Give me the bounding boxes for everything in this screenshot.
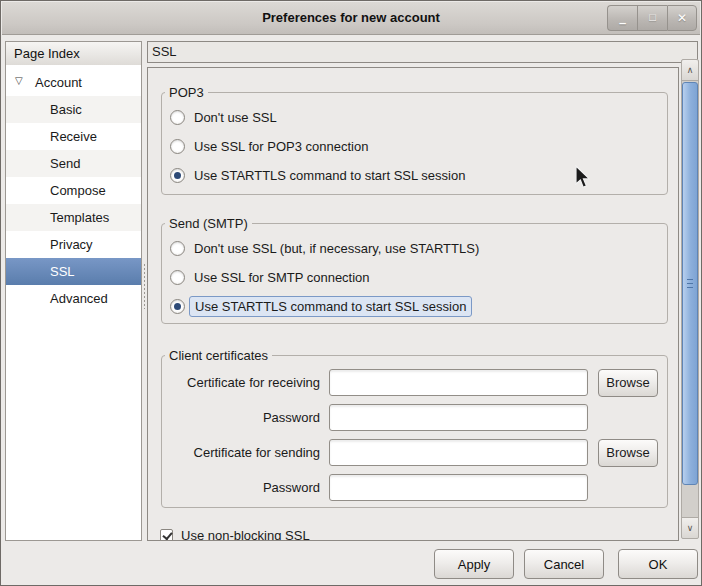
client-certificates-group: Client certificates Certificate for rece… <box>161 348 668 508</box>
radio-checked-icon[interactable] <box>170 299 185 314</box>
scroll-down-icon: ∨ <box>687 524 694 533</box>
vertical-scrollbar[interactable]: ∧ ∨ <box>681 59 699 539</box>
radio-pop3-starttls[interactable]: Use STARTTLS command to start SSL sessio… <box>170 161 667 190</box>
maximize-icon: □ <box>649 11 656 23</box>
window-title: Preferences for new account <box>2 10 700 25</box>
maximize-button[interactable]: □ <box>637 5 667 31</box>
radio-smtp-use-ssl[interactable]: Use SSL for SMTP connection <box>170 263 667 292</box>
expander-icon[interactable]: ▽ <box>15 75 23 86</box>
radio-icon[interactable] <box>170 110 185 125</box>
page-index-tree: ▽ Account Basic Receive Send Compose Tem… <box>5 65 142 541</box>
scroll-up-button[interactable]: ∧ <box>682 60 698 81</box>
sidebar-item-ssl[interactable]: SSL <box>6 258 141 285</box>
radio-smtp-dont-use-ssl[interactable]: Don't use SSL (but, if necessary, use ST… <box>170 234 667 263</box>
smtp-group: Send (SMTP) Don't use SSL (but, if neces… <box>161 216 668 324</box>
sidebar-item-receive[interactable]: Receive <box>6 123 141 150</box>
radio-pop3-dont-use-ssl[interactable]: Don't use SSL <box>170 103 667 132</box>
radio-pop3-use-ssl[interactable]: Use SSL for POP3 connection <box>170 132 667 161</box>
password-receiving-row: Password <box>162 404 667 431</box>
sidebar-item-basic[interactable]: Basic <box>6 96 141 123</box>
close-icon: ✕ <box>677 11 687 25</box>
client-certificates-legend: Client certificates <box>165 348 272 363</box>
pop3-group: POP3 Don't use SSL Use SSL for POP3 conn… <box>161 85 668 195</box>
radio-icon[interactable] <box>170 241 185 256</box>
sidebar-item-advanced[interactable]: Advanced <box>6 285 141 312</box>
certificate-sending-input[interactable] <box>329 439 588 466</box>
use-nonblocking-ssl-checkbox-row[interactable]: Use non-blocking SSL <box>160 520 310 541</box>
radio-checked-icon[interactable] <box>170 168 185 183</box>
apply-button[interactable]: Apply <box>434 549 514 579</box>
cancel-button[interactable]: Cancel <box>524 549 604 579</box>
scrollbar-thumb[interactable] <box>682 82 698 485</box>
minimize-icon: – <box>619 15 626 30</box>
sidebar-item-compose[interactable]: Compose <box>6 177 141 204</box>
page-title: SSL <box>147 41 698 63</box>
radio-icon[interactable] <box>170 139 185 154</box>
minimize-button[interactable]: – <box>607 5 637 31</box>
browse-sending-button[interactable]: Browse <box>598 439 658 467</box>
password-sending-row: Password <box>162 474 667 501</box>
certificate-receiving-input[interactable] <box>329 369 588 396</box>
scroll-down-button[interactable]: ∨ <box>682 517 698 538</box>
settings-scroll-area: POP3 Don't use SSL Use SSL for POP3 conn… <box>147 67 679 541</box>
password-sending-input[interactable] <box>329 474 588 501</box>
pane-resize-handle[interactable] <box>143 263 146 309</box>
sidebar-item-send[interactable]: Send <box>6 150 141 177</box>
sidebar-item-privacy[interactable]: Privacy <box>6 231 141 258</box>
window-controls: – □ ✕ <box>607 5 697 31</box>
scroll-up-icon: ∧ <box>687 66 694 75</box>
smtp-group-legend: Send (SMTP) <box>165 216 252 231</box>
titlebar: Preferences for new account – □ ✕ <box>2 2 700 35</box>
password-receiving-input[interactable] <box>329 404 588 431</box>
sidebar-item-templates[interactable]: Templates <box>6 204 141 231</box>
preferences-dialog: Preferences for new account – □ ✕ Page I… <box>0 0 702 586</box>
close-button[interactable]: ✕ <box>667 5 697 31</box>
checkbox-checked-icon[interactable] <box>160 529 173 542</box>
browse-receiving-button[interactable]: Browse <box>598 369 658 397</box>
sidebar-item-account[interactable]: ▽ Account <box>6 69 141 96</box>
cert-receiving-row: Certificate for receiving Browse <box>162 369 667 396</box>
radio-smtp-starttls[interactable]: Use STARTTLS command to start SSL sessio… <box>170 292 667 321</box>
cert-sending-row: Certificate for sending Browse <box>162 439 667 466</box>
pop3-group-legend: POP3 <box>165 85 208 100</box>
ok-button[interactable]: OK <box>618 549 698 579</box>
page-index-column-header[interactable]: Page Index <box>5 41 142 66</box>
radio-icon[interactable] <box>170 270 185 285</box>
